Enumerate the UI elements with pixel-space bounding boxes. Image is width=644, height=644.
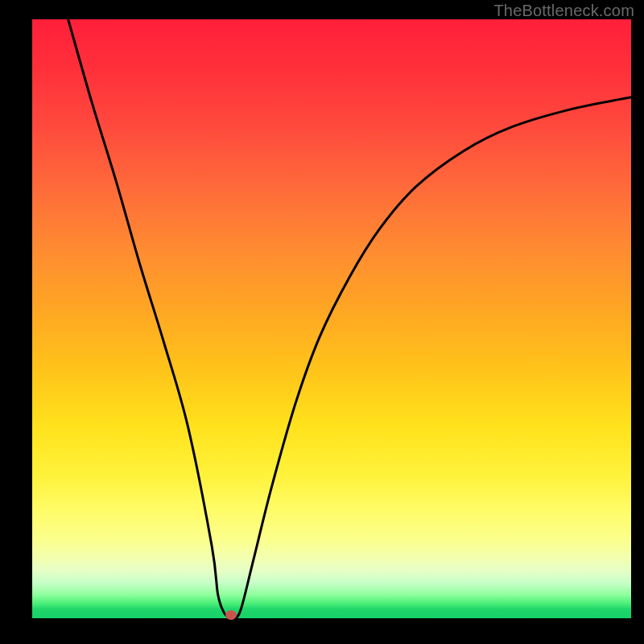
- plot-area: [32, 19, 631, 618]
- curve-svg: [32, 19, 631, 618]
- bottleneck-point-marker: [225, 610, 237, 620]
- chart-frame: TheBottleneck.com: [0, 0, 644, 644]
- bottleneck-curve: [68, 19, 631, 618]
- watermark-text: TheBottleneck.com: [493, 2, 634, 20]
